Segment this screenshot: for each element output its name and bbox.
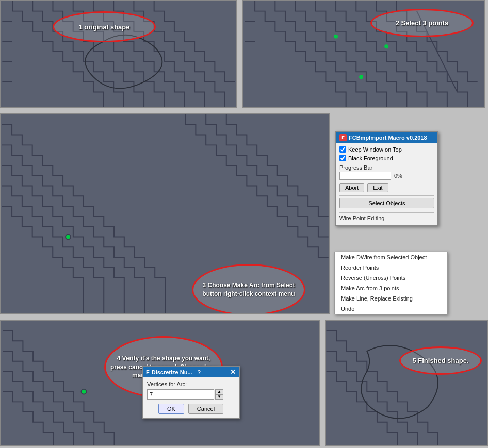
panel2: 2 Select 3 points <box>242 0 485 108</box>
label-panel3: 3 Choose Make Arc from Select button rig… <box>192 264 305 314</box>
spinner-down-button[interactable]: ▼ <box>215 394 223 400</box>
svg-point-3 <box>384 44 388 48</box>
abort-exit-row: Abort Exit <box>339 183 434 192</box>
svg-point-7 <box>66 235 71 240</box>
svg-rect-10 <box>327 321 487 445</box>
divider1 <box>339 195 434 196</box>
panel5: 5 Finished shape. <box>325 320 488 446</box>
progress-bar-outer <box>339 172 391 180</box>
black-fg-checkbox[interactable] <box>339 155 346 161</box>
menu-item-reverse[interactable]: Reverse (Uncross) Points <box>335 273 447 283</box>
menu-item-make-dwire[interactable]: Make DWire from Selected Object <box>335 252 447 262</box>
panel1: 1 original shape <box>0 0 237 108</box>
discretize-close-button[interactable]: ✕ <box>230 369 236 375</box>
svg-point-4 <box>359 75 363 79</box>
macro-dialog-title: FCBmpImport Macro v0.2018 <box>349 135 427 141</box>
keep-window-row: Keep Window on Top <box>339 146 434 153</box>
context-menu: Make DWire from Selected Object Reorder … <box>334 252 448 314</box>
select-objects-button[interactable]: Select Objects <box>339 198 434 208</box>
wire-point-label: Wire Point Editing <box>339 215 434 221</box>
keep-window-label: Keep Window on Top <box>348 146 402 153</box>
discretize-dialog: F Discretize Nu... ? ✕ Vertices for Arc:… <box>142 366 240 419</box>
svg-point-2 <box>334 35 338 39</box>
progress-bar-row: 0% <box>339 172 434 180</box>
discretize-titlebar: F Discretize Nu... ? ✕ <box>143 367 239 377</box>
abort-button[interactable]: Abort <box>339 183 364 192</box>
divider2 <box>339 212 434 213</box>
vertices-spinner-row: ▲ ▼ <box>147 389 235 400</box>
spinner-buttons: ▲ ▼ <box>215 389 223 400</box>
discretize-icon: F <box>146 369 150 375</box>
black-fg-label: Black Foreground <box>348 155 393 161</box>
keep-window-checkbox[interactable] <box>339 146 346 153</box>
menu-item-undo[interactable]: Undo <box>335 304 447 314</box>
exit-button[interactable]: Exit <box>367 183 388 192</box>
vertices-input[interactable] <box>147 389 214 400</box>
discretize-question: ? <box>198 369 201 375</box>
menu-item-make-line[interactable]: Make Line, Replace Existing <box>335 293 447 304</box>
label-panel5: 5 Finished shape. <box>399 346 482 375</box>
menu-item-reorder[interactable]: Reorder Points <box>335 262 447 273</box>
fcb-icon: F <box>339 134 347 141</box>
macro-dialog: F FCBmpImport Macro v0.2018 Keep Window … <box>335 131 438 226</box>
spinner-up-button[interactable]: ▲ <box>215 389 223 394</box>
discretize-title: Discretize Nu... <box>152 369 192 375</box>
progress-bar-label: Progress Bar <box>339 164 434 171</box>
ok-button[interactable]: OK <box>158 404 184 414</box>
svg-point-9 <box>82 389 87 394</box>
cancel-button[interactable]: Cancel <box>188 404 223 414</box>
dialog-buttons: OK Cancel <box>147 404 235 414</box>
label-panel1: 1 original shape <box>53 11 156 42</box>
vertices-label: Vertices for Arc: <box>147 381 235 387</box>
menu-item-make-arc[interactable]: Make Arc from 3 points <box>335 283 447 293</box>
progress-pct: 0% <box>394 173 402 179</box>
macro-dialog-titlebar: F FCBmpImport Macro v0.2018 <box>336 132 437 143</box>
black-fg-row: Black Foreground <box>339 155 434 161</box>
label-panel2: 2 Select 3 points <box>370 9 474 37</box>
panel3: 3 Choose Make Arc from Select button rig… <box>0 113 330 314</box>
